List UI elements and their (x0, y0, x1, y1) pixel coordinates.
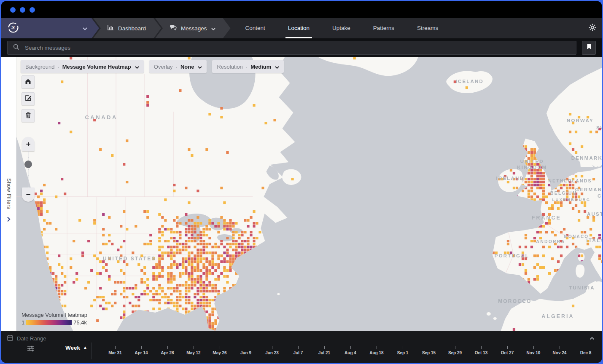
heatmap-cell (581, 231, 583, 233)
heatmap-cell (530, 178, 533, 180)
window-control-dot[interactable] (20, 7, 25, 13)
timeline-settings-button[interactable] (27, 345, 35, 353)
timeline-date-label[interactable]: Sep 1 (397, 351, 409, 355)
heatmap-cell (102, 243, 105, 245)
timeline-date-label[interactable]: Nov 24 (553, 351, 567, 355)
heatmap-cell (241, 252, 243, 254)
timeline-date-label[interactable]: Jul 7 (293, 351, 303, 355)
timeline-date-label[interactable]: Oct 13 (475, 351, 488, 355)
show-filters-toggle[interactable]: Show Filters (1, 57, 16, 331)
heatmap-cell (58, 287, 60, 289)
heatmap-cell (117, 249, 119, 251)
timeline-tick (167, 346, 168, 349)
heatmap-cell (188, 302, 190, 304)
timeline-date-label[interactable]: Aug 18 (369, 351, 383, 355)
heatmap-cell (211, 257, 214, 260)
heatmap-cell (173, 246, 175, 248)
timeline-date-label[interactable]: Mar 31 (108, 351, 122, 355)
timeline-date-label[interactable]: Apr 14 (135, 351, 148, 355)
timeline-date-label[interactable]: Jul 21 (318, 351, 330, 355)
timeline-date-label[interactable]: Sep 29 (448, 351, 462, 355)
heatmap-cell (135, 296, 137, 298)
heatmap-cell (199, 284, 202, 286)
heatmap-cell (530, 246, 533, 248)
heatmap-cell (105, 243, 108, 245)
timeline-date-label[interactable]: Nov 10 (527, 351, 541, 355)
heatmap-cell (55, 195, 57, 198)
map-canvas[interactable]: CANADAUNITED STATESICELANDNORWAYSWEDENMA… (16, 57, 602, 331)
map-control-resolution[interactable]: Resolution·Medium (212, 60, 284, 73)
heatmap-cell (179, 243, 181, 245)
zoom-in-button[interactable]: + (22, 137, 35, 151)
timeline-date-label[interactable]: Jun 23 (265, 351, 279, 355)
heatmap-cell (560, 231, 563, 233)
heatmap-cell (188, 284, 190, 286)
timeline-date-label[interactable]: Apr 28 (161, 351, 174, 355)
zoom-slider[interactable] (22, 151, 35, 187)
heatmap-cell (108, 302, 110, 304)
heatmap-cell (191, 287, 193, 289)
timeline-date-label[interactable]: Sep 15 (422, 351, 436, 355)
heatmap-cell (173, 263, 175, 266)
heatmap-cell (229, 257, 232, 260)
heatmap-cell (135, 305, 137, 307)
heatmap-cell (185, 272, 187, 275)
heatmap-cell (146, 95, 149, 98)
heatmap-cell (220, 254, 223, 257)
timeline-date-label[interactable]: May 12 (186, 351, 200, 355)
timeline-date-label[interactable]: Jun 9 (240, 351, 251, 355)
save-search-button[interactable] (582, 41, 596, 55)
heatmap-cell (539, 172, 542, 174)
timeline-date-label[interactable]: May 26 (213, 351, 226, 355)
window-control-dot[interactable] (10, 7, 16, 13)
tab-streams[interactable]: Streams (406, 18, 450, 38)
map-control-overlay[interactable]: Overlay·None (149, 60, 207, 73)
heatmap-cell (46, 246, 48, 248)
heatmap-cell (197, 278, 199, 281)
heatmap-cell (123, 281, 125, 284)
settings-button[interactable] (589, 18, 596, 38)
heatmap-cell (261, 187, 264, 189)
tab-uptake[interactable]: Uptake (321, 18, 362, 38)
zoom-slider-handle[interactable] (24, 161, 32, 168)
map-control-background[interactable]: Background·Message Volume Heatmap (21, 60, 144, 73)
timeline-date-label[interactable]: Dec 8 (580, 351, 592, 355)
tab-content[interactable]: Content (234, 18, 277, 38)
heatmap-cell (61, 290, 63, 292)
heatmap-cell (199, 281, 202, 284)
heatmap-cell (519, 246, 521, 248)
heatmap-cell (129, 302, 131, 304)
heatmap-cell (572, 305, 574, 307)
heatmap-cell (202, 281, 205, 284)
heatmap-cell (176, 299, 178, 301)
interval-dropdown[interactable]: Week ▲ (65, 345, 87, 351)
heatmap-cell (161, 225, 164, 228)
zoom-out-button[interactable]: − (22, 187, 35, 202)
heatmap-cell (533, 148, 536, 151)
heatmap-cell (247, 237, 249, 239)
timeline-date-label[interactable]: Aug 4 (345, 351, 356, 355)
heatmap-cell (214, 225, 217, 228)
map-edit-button[interactable] (22, 92, 35, 105)
breadcrumb-dashboard[interactable]: Dashboard (93, 18, 161, 38)
heatmap-cell (158, 266, 161, 269)
heatmap-cell (211, 252, 214, 254)
heatmap-cell (197, 293, 199, 295)
collapse-panel-button[interactable] (590, 334, 595, 342)
heatmap-cell (202, 228, 205, 230)
map-home-button[interactable] (22, 75, 35, 88)
timeline-date-label[interactable]: Oct 27 (501, 351, 514, 355)
heatmap-cell (43, 184, 46, 186)
search-input[interactable]: Search messages (7, 41, 576, 55)
tab-location[interactable]: Location (277, 18, 321, 38)
workspace-selector[interactable]: ✈ (1, 18, 99, 38)
tab-patterns[interactable]: Patterns (362, 18, 406, 38)
heatmap-cell (102, 299, 105, 301)
heatmap-cell (170, 281, 172, 284)
heatmap-cell (539, 184, 542, 186)
breadcrumb-messages[interactable]: Messages (155, 18, 231, 38)
window-control-dot[interactable] (30, 7, 35, 13)
heatmap-cell (61, 266, 63, 269)
heatmap-cell (199, 299, 202, 301)
map-delete-button[interactable] (22, 109, 35, 122)
